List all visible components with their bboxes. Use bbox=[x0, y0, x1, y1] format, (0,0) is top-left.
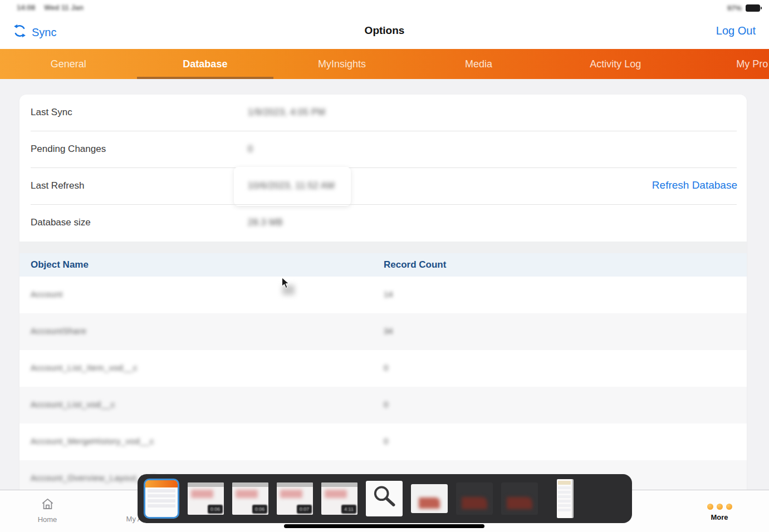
logout-button[interactable]: Log Out bbox=[716, 24, 756, 37]
table-row[interactable]: AccountShare 34 bbox=[19, 313, 747, 350]
tab-my-profile-label: My Pro bbox=[736, 58, 768, 70]
record-count: 0 bbox=[384, 436, 388, 446]
pending-changes-label: Pending Changes bbox=[31, 144, 106, 155]
thumbnail-chart-dark-2[interactable] bbox=[501, 482, 538, 515]
thumbnail-chart-dark-1[interactable] bbox=[456, 482, 493, 515]
tab-my-profile[interactable]: My Pro bbox=[684, 49, 769, 79]
database-size-value: 28.3 MB bbox=[248, 218, 283, 228]
pending-changes-row: Pending Changes 0 bbox=[19, 131, 747, 168]
bottom-tab-more[interactable]: More bbox=[694, 497, 744, 521]
mouse-cursor bbox=[281, 277, 291, 292]
duration-badge: 0:06 bbox=[252, 505, 267, 514]
table-row[interactable]: Account_List_vod__c 0 bbox=[19, 387, 747, 423]
tab-database-label: Database bbox=[183, 58, 227, 70]
tab-database[interactable]: Database bbox=[137, 49, 274, 79]
database-size-row: Database size 28.3 MB bbox=[19, 205, 747, 242]
duration-badge: 0:06 bbox=[208, 505, 223, 514]
more-label: More bbox=[694, 513, 744, 521]
object-name: Account bbox=[31, 289, 63, 299]
nav-bar: Sync Options Log Out bbox=[0, 16, 769, 49]
mini-orange-header bbox=[145, 480, 178, 487]
chart-blob bbox=[419, 497, 440, 509]
home-indicator[interactable] bbox=[284, 524, 484, 528]
tab-media-label: Media bbox=[465, 58, 492, 70]
magnifier-icon bbox=[371, 484, 398, 513]
object-name: Account_List_Item_vod__c bbox=[31, 363, 138, 372]
column-object-name: Object Name bbox=[31, 259, 89, 270]
battery-percent: 97% bbox=[727, 4, 742, 12]
chart-blob bbox=[507, 497, 532, 509]
thumbnail-video-2[interactable]: 0:06 bbox=[232, 482, 268, 515]
database-size-label: Database size bbox=[31, 217, 91, 228]
thumbnail-magnifier[interactable] bbox=[366, 481, 403, 516]
tab-activity-log[interactable]: Activity Log bbox=[547, 49, 684, 79]
database-info-card: Last Sync 1/9/2023, 4:05 PM Pending Chan… bbox=[19, 95, 747, 490]
tab-myinsights[interactable]: MyInsights bbox=[273, 49, 410, 79]
last-sync-label: Last Sync bbox=[31, 107, 72, 118]
battery-icon bbox=[746, 4, 760, 12]
thumbnail-chart-light[interactable] bbox=[411, 484, 448, 513]
tab-general[interactable]: General bbox=[0, 49, 137, 79]
status-bar: 14:08 Wed 11 Jan 97% bbox=[0, 0, 769, 16]
duration-badge: 0:07 bbox=[297, 505, 312, 514]
object-name: AccountShare bbox=[31, 326, 86, 336]
last-sync-value: 1/9/2023, 4:05 PM bbox=[248, 107, 325, 117]
last-refresh-row: Last Refresh 10/6/2023, 11:52 AM bbox=[19, 168, 747, 205]
tab-media[interactable]: Media bbox=[410, 49, 547, 79]
thumbnail-dock: 0:06 0:06 0:07 4:11 bbox=[138, 474, 632, 523]
status-date: Wed 11 Jan bbox=[44, 3, 84, 12]
table-row[interactable]: Account_List_Item_vod__c 0 bbox=[19, 350, 747, 387]
bottom-tab-home[interactable]: Home bbox=[22, 497, 72, 524]
status-indicators: 97% bbox=[727, 4, 760, 12]
table-row[interactable]: Account 14 bbox=[19, 277, 747, 313]
object-table-header: Object Name Record Count bbox=[19, 253, 747, 277]
status-time: 14:08 bbox=[17, 3, 35, 12]
options-tab-bar: General Database MyInsights Media Activi… bbox=[0, 49, 769, 79]
home-label: Home bbox=[22, 515, 72, 524]
tab-myinsights-label: MyInsights bbox=[318, 58, 366, 70]
duration-badge: 4:11 bbox=[341, 505, 356, 514]
column-record-count: Record Count bbox=[384, 259, 446, 270]
tab-general-label: General bbox=[51, 58, 86, 70]
record-count: 34 bbox=[384, 326, 393, 336]
record-count: 0 bbox=[384, 363, 388, 372]
thumbnail-video-1[interactable]: 0:06 bbox=[188, 482, 224, 515]
options-screen: 14:08 Wed 11 Jan 97% Sync Options bbox=[0, 0, 769, 532]
chart-blob bbox=[462, 497, 487, 509]
last-refresh-label: Last Refresh bbox=[31, 180, 84, 191]
object-table: Account 14 AccountShare 34 Account_List_… bbox=[19, 277, 747, 490]
last-refresh-value: 10/6/2023, 11:52 AM bbox=[248, 181, 335, 191]
thumbnail-current-screen[interactable] bbox=[144, 479, 179, 519]
tab-activity-log-label: Activity Log bbox=[590, 58, 641, 70]
thumbnail-portrait[interactable] bbox=[557, 479, 574, 518]
record-count: 14 bbox=[384, 289, 393, 299]
pending-changes-value: 0 bbox=[248, 144, 253, 154]
object-name: Account_MergeHistory_vod__c bbox=[31, 436, 154, 446]
page-title: Options bbox=[0, 24, 769, 37]
status-time-date: 14:08 Wed 11 Jan bbox=[17, 3, 84, 12]
content-area: Last Sync 1/9/2023, 4:05 PM Pending Chan… bbox=[0, 79, 769, 490]
table-row[interactable]: Account_MergeHistory_vod__c 0 bbox=[19, 423, 747, 460]
section-separator bbox=[19, 242, 747, 253]
refresh-database-button[interactable]: Refresh Database bbox=[652, 179, 737, 191]
more-dots-icon bbox=[694, 501, 744, 511]
thumbnail-video-3[interactable]: 0:07 bbox=[277, 482, 313, 515]
last-sync-row: Last Sync 1/9/2023, 4:05 PM bbox=[19, 95, 747, 131]
record-count: 0 bbox=[384, 400, 388, 409]
object-name: Account_List_vod__c bbox=[31, 400, 115, 409]
home-icon bbox=[40, 504, 55, 513]
thumbnail-video-4[interactable]: 4:11 bbox=[321, 482, 357, 515]
